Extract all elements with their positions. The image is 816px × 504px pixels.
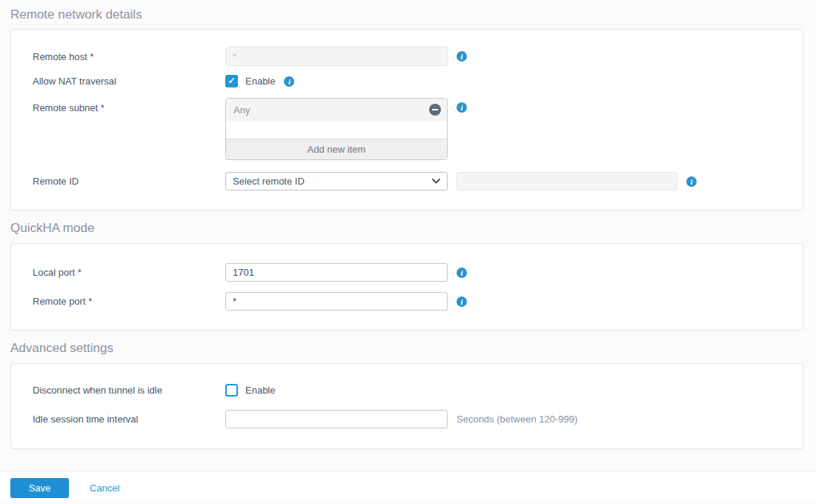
idle-session-row: Idle session time interval Seconds (betw…: [33, 410, 803, 428]
local-port-info-icon[interactable]: i: [457, 268, 467, 278]
local-port-label: Local port *: [33, 267, 225, 278]
nat-traversal-checkbox[interactable]: ✓: [225, 75, 238, 87]
section-title-advanced-settings: Advanced settings: [10, 341, 816, 356]
nat-traversal-info-icon[interactable]: i: [284, 76, 294, 87]
remote-id-select-value: Select remote ID: [233, 176, 305, 187]
remote-subnet-list-item[interactable]: Any: [226, 99, 447, 121]
advanced-settings-panel: Disconnect when tunnel is idle Enable Id…: [10, 363, 803, 449]
remote-id-info-icon[interactable]: i: [686, 176, 697, 187]
remote-subnet-info-icon[interactable]: i: [457, 102, 467, 113]
idle-session-hint: Seconds (between 120-999): [457, 414, 577, 425]
remote-port-info-icon[interactable]: i: [457, 296, 467, 307]
remove-item-icon[interactable]: [429, 104, 441, 116]
form-footer: Save Cancel: [0, 471, 816, 502]
remote-id-select[interactable]: Select remote ID: [225, 172, 448, 190]
local-port-input[interactable]: [225, 263, 448, 282]
remote-subnet-listbox: Any Add new item: [225, 98, 448, 160]
quickha-mode-panel: Local port * i Remote port * i: [10, 243, 803, 331]
remote-id-label: Remote ID: [33, 176, 225, 187]
disconnect-idle-enable-label[interactable]: Enable: [245, 385, 275, 396]
remote-host-input[interactable]: [225, 47, 448, 66]
remote-subnet-label: Remote subnet *: [33, 102, 225, 113]
remote-port-row: Remote port * i: [33, 292, 803, 311]
remote-subnet-list-empty-area: [226, 121, 447, 139]
remote-host-row: Remote host * i: [33, 47, 803, 66]
remote-host-info-icon[interactable]: i: [457, 51, 467, 62]
remote-port-label: Remote port *: [33, 296, 225, 307]
local-port-row: Local port * i: [33, 263, 803, 282]
section-title-quickha-mode: QuickHA mode: [10, 221, 816, 236]
remote-network-details-panel: Remote host * i Allow NAT traversal ✓ En…: [10, 29, 803, 210]
remote-subnet-item-text: Any: [233, 105, 250, 116]
remote-id-row: Remote ID Select remote ID i: [33, 172, 803, 190]
nat-traversal-enable-label[interactable]: Enable: [245, 76, 275, 87]
nat-traversal-row: Allow NAT traversal ✓ Enable i: [33, 75, 803, 87]
remote-subnet-row: Remote subnet * Any Add new item i: [33, 98, 803, 160]
save-button[interactable]: Save: [10, 478, 69, 498]
idle-session-label: Idle session time interval: [33, 414, 225, 425]
chevron-down-icon: [432, 179, 440, 184]
add-new-item-button[interactable]: Add new item: [226, 139, 447, 159]
remote-host-label: Remote host *: [33, 51, 225, 62]
disconnect-idle-row: Disconnect when tunnel is idle Enable: [33, 384, 803, 397]
nat-traversal-label: Allow NAT traversal: [33, 76, 225, 87]
idle-session-input[interactable]: [225, 410, 448, 428]
section-title-remote-network-details: Remote network details: [10, 7, 816, 22]
disconnect-idle-label: Disconnect when tunnel is idle: [33, 385, 225, 396]
disconnect-idle-checkbox[interactable]: [225, 384, 238, 397]
remote-id-value-input[interactable]: [457, 172, 677, 190]
remote-port-input[interactable]: [225, 292, 448, 311]
cancel-button[interactable]: Cancel: [90, 478, 119, 498]
